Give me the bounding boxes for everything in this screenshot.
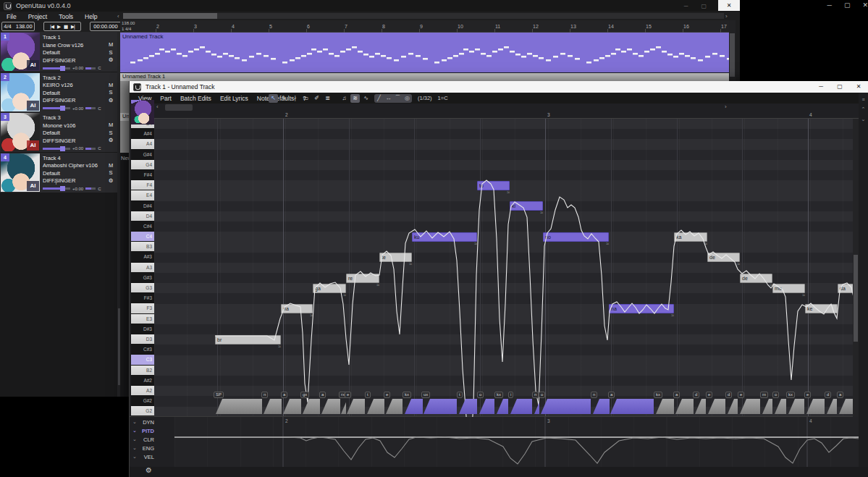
volume-thumb[interactable] bbox=[60, 146, 65, 151]
renderer-label[interactable]: DIFFSINGER bbox=[43, 57, 115, 65]
phoneme-bar-a[interactable] bbox=[610, 399, 654, 414]
piano-key-C3[interactable]: C3 bbox=[131, 355, 154, 365]
piano-key-As4[interactable]: A#4 bbox=[131, 129, 154, 139]
phoneme-label-e[interactable]: e bbox=[804, 392, 811, 398]
hscroll-thumb[interactable] bbox=[123, 13, 217, 19]
chevron-down-icon[interactable]: ⌄ bbox=[132, 419, 137, 425]
phoneme-label-e[interactable]: e bbox=[345, 392, 351, 398]
piano-key-Gs3[interactable]: G#3 bbox=[131, 273, 154, 283]
pan-slider[interactable] bbox=[85, 148, 96, 150]
piano-key-G3[interactable]: G3 bbox=[131, 283, 154, 293]
phoneme-label-o[interactable]: o bbox=[477, 392, 484, 398]
phoneme-label-a[interactable]: a bbox=[673, 392, 680, 398]
piano-key-E3[interactable]: E3 bbox=[131, 314, 154, 324]
piano-key-Gs4[interactable]: G#4 bbox=[131, 150, 154, 160]
track-gear-icon[interactable]: ⚙ bbox=[107, 177, 114, 185]
phoneme-bar-SP[interactable] bbox=[216, 399, 262, 414]
phoneme-label-kx[interactable]: kx bbox=[403, 392, 411, 398]
phoneme-bar-e[interactable] bbox=[386, 399, 403, 414]
track-card-2[interactable]: 2AITrack 2KEIRO v126DefaultDIFFSINGERMS⚙… bbox=[0, 72, 117, 112]
phoneme-bar-t[interactable] bbox=[367, 399, 384, 414]
mute-button[interactable]: M bbox=[107, 122, 114, 130]
phoneme-label-t[interactable]: t bbox=[365, 392, 371, 398]
phoneme-bar-n[interactable] bbox=[264, 399, 282, 414]
phoneme-label-ux[interactable]: ux bbox=[421, 392, 430, 398]
pan-slider[interactable] bbox=[85, 67, 96, 69]
volume-thumb[interactable] bbox=[60, 186, 65, 191]
track-gear-icon[interactable]: ⚙ bbox=[107, 97, 114, 105]
phoneme-bar-a[interactable] bbox=[321, 399, 340, 414]
hscroll-left-arrow[interactable]: ‹ bbox=[117, 13, 119, 20]
phoneme-label-i[interactable]: i bbox=[508, 392, 513, 398]
arrangement-scroll-thumb[interactable] bbox=[730, 33, 735, 77]
phoneme-bar-o[interactable] bbox=[541, 399, 591, 414]
phoneme-label-o[interactable]: o bbox=[539, 392, 545, 398]
piano-key-B2[interactable]: B2 bbox=[131, 366, 154, 376]
phonemizer-label[interactable]: Default bbox=[43, 130, 115, 138]
phoneme-label-kx[interactable]: kx bbox=[494, 392, 503, 398]
track-card-1[interactable]: 1AITrack 1Llane Crow v126DefaultDIFFSING… bbox=[0, 32, 117, 72]
pause-button[interactable]: ▮▮ bbox=[64, 24, 67, 30]
tempo-value[interactable]: 138.00 bbox=[16, 23, 33, 30]
menu-help[interactable]: Help bbox=[85, 13, 97, 20]
phoneme-bar-d[interactable] bbox=[827, 399, 837, 414]
phoneme-label-t[interactable]: t bbox=[457, 392, 463, 398]
phoneme-bar-gx[interactable] bbox=[303, 399, 320, 414]
expression-vel[interactable]: ⌄VEL bbox=[130, 454, 174, 463]
phoneme-bar-o[interactable] bbox=[479, 399, 494, 414]
track-gear-icon[interactable]: ⚙ bbox=[107, 137, 114, 145]
piano-key-Ds3[interactable]: D#3 bbox=[131, 324, 154, 334]
phoneme-label-n[interactable]: n bbox=[261, 392, 268, 398]
piano-key-F3[interactable]: F3 bbox=[131, 303, 154, 313]
piano-key-As3[interactable]: A#3 bbox=[131, 252, 154, 262]
time-signature[interactable]: 4/4 bbox=[4, 23, 11, 30]
track-card-3[interactable]: 3AITrack 3Monone v106DefaultDIFFSINGERMS… bbox=[0, 112, 117, 152]
play-button[interactable]: ▶ bbox=[57, 24, 60, 30]
phoneme-bar-n[interactable] bbox=[534, 399, 539, 414]
main-minimize-button[interactable]: ─ bbox=[684, 3, 688, 9]
volume-slider[interactable] bbox=[43, 107, 70, 109]
phoneme-bar-kx[interactable] bbox=[656, 399, 674, 414]
tempo-signature-box[interactable]: 4/4 138.00 bbox=[1, 22, 35, 31]
phoneme-bar-m[interactable] bbox=[762, 399, 772, 414]
phoneme-label-m[interactable]: m bbox=[760, 392, 768, 398]
piano-roll-ruler[interactable]: 234 bbox=[154, 111, 859, 119]
phoneme-label-kx[interactable]: kx bbox=[786, 392, 795, 398]
piano-key-F4[interactable]: F4 bbox=[131, 180, 154, 190]
phoneme-bar-kx[interactable] bbox=[788, 399, 804, 414]
volume-slider[interactable] bbox=[43, 187, 70, 190]
phoneme-label-n[interactable]: n bbox=[532, 392, 539, 398]
piano-key-As2[interactable]: A#2 bbox=[131, 376, 154, 386]
phoneme-label-d[interactable]: d bbox=[825, 392, 831, 398]
scroll-down-icon[interactable]: ⌄ bbox=[859, 117, 868, 122]
phoneme-bar-a[interactable] bbox=[283, 399, 301, 414]
hscroll-right-arrow[interactable]: › bbox=[725, 13, 728, 20]
phoneme-bar-kx[interactable] bbox=[405, 399, 423, 414]
piano-key-G2[interactable]: G2 bbox=[131, 406, 154, 416]
phoneme-label-e[interactable]: e bbox=[384, 392, 390, 398]
phoneme-label-a[interactable]: a bbox=[319, 392, 326, 398]
piano-key-Cs4[interactable]: C#4 bbox=[131, 221, 154, 232]
phoneme-bar-e[interactable] bbox=[708, 399, 725, 414]
phoneme-label-gx[interactable]: gx bbox=[300, 392, 309, 398]
piano-key-D3[interactable]: D3 bbox=[131, 334, 154, 345]
main-close-button[interactable]: ✕ bbox=[718, 0, 740, 11]
bg-close-button[interactable]: ✕ bbox=[862, 1, 868, 9]
part-unnamed-track[interactable]: Unnamed Track bbox=[120, 33, 729, 72]
piano-key-A2[interactable]: A2 bbox=[131, 386, 154, 396]
phoneme-label-n[interactable]: n bbox=[591, 392, 597, 398]
phonemizer-label[interactable]: Default bbox=[43, 49, 115, 57]
phoneme-label-o[interactable]: o bbox=[772, 392, 779, 398]
phoneme-bar-kx[interactable] bbox=[497, 399, 508, 414]
piano-key-D4[interactable]: D4 bbox=[131, 211, 154, 221]
expression-eng[interactable]: ⌄ENG bbox=[130, 445, 174, 454]
volume-thumb[interactable] bbox=[60, 106, 65, 111]
expression-dyn[interactable]: ⌄DYN bbox=[130, 419, 174, 428]
expression-settings-gear-icon[interactable]: ⚙ bbox=[146, 466, 152, 474]
piano-key-A4[interactable]: A4 bbox=[131, 139, 154, 149]
renderer-label[interactable]: DIFFSINGER bbox=[43, 97, 115, 105]
solo-button[interactable]: S bbox=[107, 130, 114, 138]
volume-slider[interactable] bbox=[43, 67, 70, 69]
solo-button[interactable]: S bbox=[107, 169, 114, 177]
main-titlebar[interactable]: OpenUtau v0.0.4.0 ─ ▢ bbox=[0, 0, 740, 12]
